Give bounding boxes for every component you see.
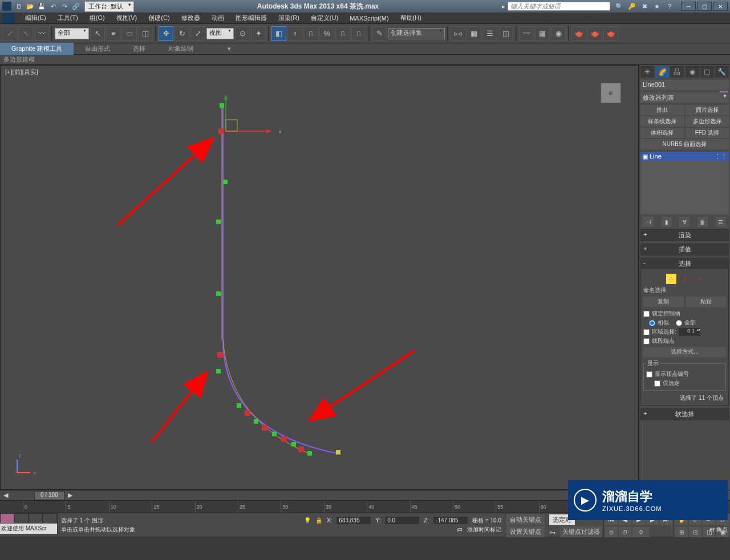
radio-similar[interactable] <box>649 320 655 326</box>
menu-edit[interactable]: 编辑(E) <box>19 13 52 23</box>
configure-sets-icon[interactable]: ☰ <box>716 217 726 227</box>
mod-nurbs-select-button[interactable]: NURBS 曲面选择 <box>640 139 729 149</box>
select-by-name-icon[interactable]: ≡ <box>106 26 121 41</box>
menu-group[interactable]: 组(G) <box>84 13 111 23</box>
manipulate-icon[interactable]: ✦ <box>251 26 266 41</box>
area-select-checkbox[interactable] <box>643 329 650 335</box>
time-config-icon[interactable]: ⏱ <box>619 527 631 537</box>
render-setup-icon[interactable]: 🫖 <box>571 26 586 41</box>
pin-stack-icon[interactable]: ⊣ <box>643 217 654 227</box>
coord-x-field[interactable]: 683.835 <box>336 517 371 524</box>
hierarchy-tab-icon[interactable]: 品 <box>670 66 684 78</box>
move-icon[interactable]: ✥ <box>159 26 173 41</box>
rollout-interp-header[interactable]: 插值 <box>641 244 728 255</box>
select-by-button[interactable]: 选择方式… <box>643 347 726 357</box>
ribbon-tab-selection[interactable]: 选择 <box>121 43 157 55</box>
ribbon-tab-paint[interactable]: 对象绘制 <box>157 43 205 55</box>
modify-tab-icon[interactable]: 🌈 <box>655 66 669 78</box>
select-link-icon[interactable]: ⟋ <box>2 26 17 41</box>
pivot-icon[interactable]: ⊙ <box>235 26 250 41</box>
segment-level-icon[interactable]: ╱ <box>680 274 690 284</box>
align-icon[interactable]: ▦ <box>467 26 481 41</box>
unlink-icon[interactable]: ⟍ <box>18 26 33 41</box>
swatch-3[interactable] <box>29 513 43 524</box>
radio-all[interactable] <box>676 320 682 326</box>
mod-spline-select-button[interactable]: 样条线选择 <box>640 116 684 127</box>
menu-modifiers[interactable]: 修改器 <box>176 13 206 23</box>
new-icon[interactable]: 🗋 <box>14 1 24 11</box>
create-tab-icon[interactable]: ✳ <box>640 66 654 78</box>
swatch-2[interactable] <box>14 513 29 524</box>
viewport[interactable]: [+][前][真实] 前 x <box>0 65 639 490</box>
menu-help[interactable]: 帮助(H) <box>395 13 427 23</box>
zoom-all-icon[interactable]: ⊞ <box>675 527 688 537</box>
copy-button[interactable]: 复制 <box>643 297 684 307</box>
snap-options-icon[interactable]: ⎍ <box>335 26 350 41</box>
object-name-field[interactable]: Line001 <box>640 80 729 90</box>
key-icon-small[interactable]: 🗝 <box>549 529 555 535</box>
select-region-rect-icon[interactable]: ▭ <box>122 26 137 41</box>
menu-tools[interactable]: 工具(T) <box>52 13 84 23</box>
mod-ffd-select-button[interactable]: FFD 选择 <box>686 128 729 138</box>
spinner-snap-icon[interactable]: % <box>319 26 334 41</box>
workspace-dropdown[interactable]: 工作台: 默认 <box>84 1 134 12</box>
swatch-4[interactable] <box>43 513 57 524</box>
segment-end-checkbox[interactable] <box>643 338 650 344</box>
coord-z-field[interactable]: -147.085 <box>433 517 468 524</box>
menu-create[interactable]: 创建(C) <box>143 13 175 23</box>
open-icon[interactable]: 📂 <box>25 1 35 11</box>
layers-icon[interactable]: ☰ <box>482 26 497 41</box>
redo-icon[interactable]: ↷ <box>59 1 70 11</box>
modifier-stack[interactable]: Line <box>640 152 729 214</box>
rollout-selection-header[interactable]: 选择 <box>641 258 728 269</box>
edit-named-sel-icon[interactable]: ✎ <box>372 26 387 41</box>
utilities-tab-icon[interactable]: 🔧 <box>715 66 729 78</box>
current-frame-field[interactable]: 0 <box>632 527 650 537</box>
paste-button[interactable]: 粘贴 <box>686 297 727 307</box>
auto-key-button[interactable]: 自动关键点 <box>506 514 545 525</box>
select-object-icon[interactable]: ↖ <box>90 26 105 41</box>
window-crossing-icon[interactable]: ◫ <box>138 26 153 41</box>
exchange-icon[interactable]: ✖ <box>640 2 649 11</box>
mod-extrude-button[interactable]: 挤出 <box>640 105 684 115</box>
time-config-icon[interactable]: ◀ <box>0 492 11 499</box>
selection-filter-dropdown[interactable]: 全部 <box>55 28 89 39</box>
lock-selection-icon[interactable]: 🔒 <box>315 517 322 524</box>
add-time-tag[interactable]: 添加时间标记 <box>467 526 501 534</box>
time-next-icon[interactable]: ▶ <box>64 492 76 499</box>
curve-editor-icon[interactable]: 〰 <box>519 26 534 41</box>
set-key-button[interactable]: 设置关键点 <box>506 526 545 537</box>
help-search-input[interactable] <box>508 2 610 11</box>
rotate-icon[interactable]: ↻ <box>175 26 189 41</box>
link-icon[interactable]: 🔗 <box>71 1 81 11</box>
menu-graph-editors[interactable]: 图形编辑器 <box>230 13 273 23</box>
maximize-button[interactable]: ▢ <box>697 2 712 11</box>
app-menu-icon[interactable] <box>2 13 15 23</box>
percent-snap-icon[interactable]: ⎍ <box>303 26 318 41</box>
make-unique-icon[interactable]: ∀ <box>679 217 690 227</box>
stack-item-line[interactable]: Line <box>640 152 729 161</box>
lock-handles-checkbox[interactable] <box>643 311 650 317</box>
remove-modifier-icon[interactable]: 🗑 <box>697 217 708 227</box>
motion-tab-icon[interactable]: ◉ <box>686 66 699 78</box>
only-selected-checkbox[interactable] <box>654 380 660 387</box>
undo-icon[interactable]: ↶ <box>48 1 58 11</box>
mod-patch-select-button[interactable]: 面片选择 <box>686 105 729 115</box>
time-slider[interactable]: 0 / 100 <box>34 491 64 500</box>
coord-y-field[interactable]: 0.0 <box>385 517 419 524</box>
menu-views[interactable]: 视图(V) <box>111 13 143 23</box>
close-button[interactable]: ✕ <box>713 2 728 11</box>
rollout-render-header[interactable]: 渲染 <box>641 230 728 241</box>
mod-vol-select-button[interactable]: 体积选择 <box>640 128 684 138</box>
save-icon[interactable]: 💾 <box>36 1 47 11</box>
mirror-icon[interactable]: ▹◃ <box>451 26 465 41</box>
ribbon-expand-icon[interactable]: ▾ <box>216 43 242 54</box>
time-tag-icon[interactable]: 🏷 <box>457 526 463 533</box>
area-select-spinner[interactable]: 0.1 <box>679 328 700 336</box>
ribbon-tab-graphite[interactable]: Graphite 建模工具 <box>0 43 74 55</box>
snap-grid-icon[interactable]: ⎍ <box>351 26 366 41</box>
star-icon[interactable]: ★ <box>652 2 662 11</box>
lock-icon[interactable]: 💡 <box>304 517 311 524</box>
rollout-softsel-header[interactable]: 软选择 <box>641 409 728 420</box>
minimize-button[interactable]: ─ <box>681 2 696 11</box>
